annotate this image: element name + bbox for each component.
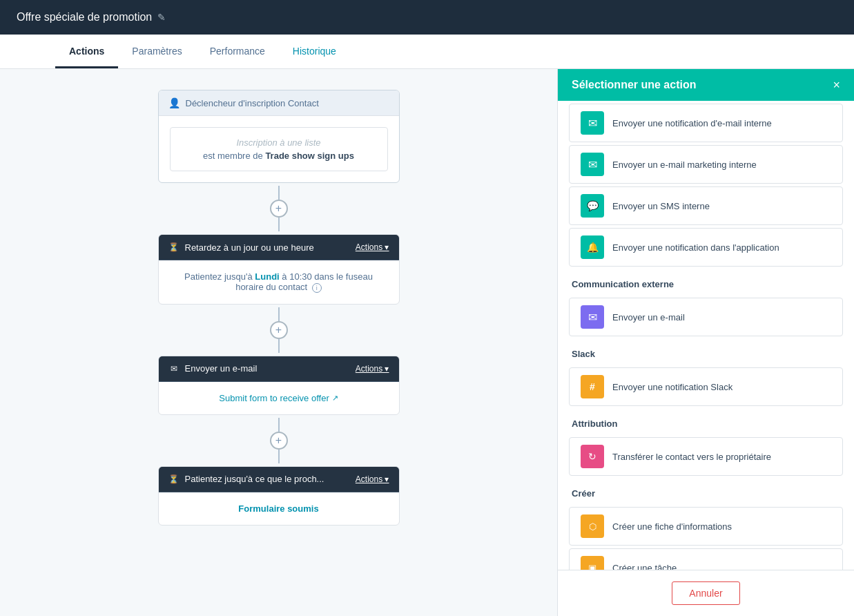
action-item-transfer-contact[interactable]: ↻ Transférer le contact vers le propriét… <box>569 437 843 476</box>
action-label-email-marketing: Envoyer un e-mail marketing interne <box>612 160 757 170</box>
connector-3: + <box>270 418 288 463</box>
action-label-transfer: Transférer le contact vers le propriétai… <box>612 452 771 462</box>
panel-body: ✉ Envoyer une notification d'e-mail inte… <box>558 101 854 570</box>
main-content: 👤 Déclencheur d'inscription Contact Insc… <box>0 69 854 616</box>
delay-actions-link-2[interactable]: Actions ▾ <box>356 474 389 484</box>
hourglass-icon-2: ⏳ <box>168 474 179 485</box>
add-step-3[interactable]: + <box>270 432 288 450</box>
delay-header-left-2: ⏳ Patientez jusqu'à ce que le proch... <box>168 474 324 485</box>
email-actions-link[interactable]: Actions ▾ <box>356 364 389 374</box>
delay-label-2: Patientez jusqu'à ce que le proch... <box>185 474 324 484</box>
email-label: Envoyer un e-mail <box>185 363 258 374</box>
action-item-create-fiche[interactable]: ⬡ Créer une fiche d'informations <box>569 507 843 546</box>
action-label-email-notif: Envoyer une notification d'e-mail intern… <box>612 118 772 128</box>
add-step-1[interactable]: + <box>270 200 288 218</box>
action-icon-email-mkt: ✉ <box>581 153 604 176</box>
action-label-notif-app: Envoyer une notification dans l'applicat… <box>612 242 779 253</box>
action-item-email-marketing[interactable]: ✉ Envoyer un e-mail marketing interne <box>569 145 843 184</box>
tab-historique[interactable]: Historique <box>279 36 350 68</box>
connector-line-4 <box>278 339 280 353</box>
action-label-send-email: Envoyer un e-mail <box>612 312 685 323</box>
workflow-nodes: 👤 Déclencheur d'inscription Contact Insc… <box>72 90 486 526</box>
title-text: Offre spéciale de promotion <box>17 11 152 23</box>
tab-parametres[interactable]: Paramètres <box>118 36 195 68</box>
action-icon-transfer: ↻ <box>581 445 604 468</box>
panel-title: Sélectionner une action <box>572 79 696 91</box>
panel-section-0: ✉ Envoyer une notification d'e-mail inte… <box>558 104 854 267</box>
trigger-header-label: Déclencheur d'inscription Contact <box>186 98 319 108</box>
trigger-body: Inscription à une liste est membre de Tr… <box>159 116 399 182</box>
action-icon-send-email: ✉ <box>581 305 604 329</box>
cancel-button[interactable]: Annuler <box>672 581 739 605</box>
action-item-create-task[interactable]: ▣ Créer une tâche <box>569 548 843 570</box>
action-icon-sms: 💬 <box>581 194 604 218</box>
panel-header: Sélectionner une action × <box>558 69 854 101</box>
delay-node-1: ⏳ Retardez à un jour ou une heure Action… <box>158 234 400 305</box>
action-icon-notif-app: 🔔 <box>581 235 604 259</box>
delay-body-2: Formulaire soumis <box>159 492 399 525</box>
trigger-header-icon: 👤 <box>168 97 180 108</box>
trigger-placeholder: Inscription à une liste <box>180 137 378 148</box>
delay-actions-link-1[interactable]: Actions ▾ <box>356 242 389 252</box>
panel-footer: Annuler <box>558 570 854 616</box>
trigger-body-text: est membre de Trade show sign ups <box>203 151 354 161</box>
email-icon-node: ✉ <box>168 363 179 374</box>
action-label-slack: Envoyer une notification Slack <box>612 382 732 392</box>
delay-header-left: ⏳ Retardez à un jour ou une heure <box>168 242 314 253</box>
hourglass-icon-1: ⏳ <box>168 242 179 253</box>
connector-line-6 <box>278 450 280 463</box>
section-label-slack: Slack <box>558 339 854 365</box>
email-link-text: Submit form to receive offer <box>219 393 329 403</box>
delay-body-1: Patientez jusqu'à Lundi à 10:30 dans le … <box>159 260 399 304</box>
section-label-creer: Créer <box>558 479 854 504</box>
tabs-bar: Actions Paramètres Performance Historiqu… <box>0 35 854 69</box>
action-icon-email-notif: ✉ <box>581 111 604 135</box>
delay-text-1: Patientez jusqu'à Lundi à 10:30 dans le … <box>184 271 373 292</box>
trigger-list-name: Trade show sign ups <box>265 151 354 161</box>
email-node: ✉ Envoyer un e-mail Actions ▾ Submit for… <box>158 356 400 415</box>
delay-form-text: Formulaire soumis <box>238 503 318 514</box>
section-label-attribution: Attribution <box>558 409 854 434</box>
action-item-send-email[interactable]: ✉ Envoyer un e-mail <box>569 298 843 336</box>
right-panel: Sélectionner une action × ✉ Envoyer une … <box>557 69 854 616</box>
info-icon-1[interactable]: i <box>312 283 322 293</box>
action-label-create-task: Créer une tâche <box>612 563 677 570</box>
action-label-create-fiche: Créer une fiche d'informations <box>612 521 732 532</box>
action-item-notification-app[interactable]: 🔔 Envoyer une notification dans l'applic… <box>569 228 843 267</box>
delay-header-1: ⏳ Retardez à un jour ou une heure Action… <box>159 235 399 260</box>
delay-node-2: ⏳ Patientez jusqu'à ce que le proch... A… <box>158 466 400 526</box>
delay-highlight: Lundi <box>255 271 279 282</box>
connector-2: + <box>270 307 288 353</box>
add-step-2[interactable]: + <box>270 321 288 339</box>
action-item-email-notif-interne[interactable]: ✉ Envoyer une notification d'e-mail inte… <box>569 104 843 142</box>
delay-header-2: ⏳ Patientez jusqu'à ce que le proch... A… <box>159 467 399 492</box>
external-link-icon: ↗ <box>332 394 338 403</box>
action-icon-create-task: ▣ <box>581 556 604 570</box>
trigger-node: 👤 Déclencheur d'inscription Contact Insc… <box>158 90 400 183</box>
action-label-sms: Envoyer un SMS interne <box>612 201 710 211</box>
delay-label-1: Retardez à un jour ou une heure <box>185 242 314 253</box>
panel-section-1: Communication externe ✉ Envoyer un e-mai… <box>558 269 854 336</box>
panel-section-4: Créer ⬡ Créer une fiche d'informations ▣… <box>558 479 854 570</box>
action-icon-slack: # <box>581 375 604 398</box>
action-item-slack[interactable]: # Envoyer une notification Slack <box>569 367 843 406</box>
connector-1: + <box>270 186 288 231</box>
connector-line <box>278 186 280 200</box>
action-item-sms-interne[interactable]: 💬 Envoyer un SMS interne <box>569 186 843 225</box>
panel-section-2: Slack # Envoyer une notification Slack <box>558 339 854 406</box>
trigger-inner: Inscription à une liste est membre de Tr… <box>170 127 388 171</box>
panel-section-3: Attribution ↻ Transférer le contact vers… <box>558 409 854 476</box>
connector-line-2 <box>278 218 280 231</box>
connector-line-5 <box>278 418 280 432</box>
email-link[interactable]: Submit form to receive offer ↗ <box>170 393 388 403</box>
tab-performance[interactable]: Performance <box>196 36 279 68</box>
email-header-left: ✉ Envoyer un e-mail <box>168 363 258 374</box>
panel-close-icon[interactable]: × <box>833 79 840 91</box>
email-body: Submit form to receive offer ↗ <box>159 382 399 414</box>
edit-icon[interactable]: ✎ <box>157 12 166 23</box>
app-header: Offre spéciale de promotion ✎ <box>0 0 854 35</box>
workflow-canvas: 👤 Déclencheur d'inscription Contact Insc… <box>0 69 557 616</box>
workflow-title: Offre spéciale de promotion ✎ <box>17 11 166 23</box>
email-header: ✉ Envoyer un e-mail Actions ▾ <box>159 356 399 382</box>
tab-actions[interactable]: Actions <box>55 36 118 68</box>
